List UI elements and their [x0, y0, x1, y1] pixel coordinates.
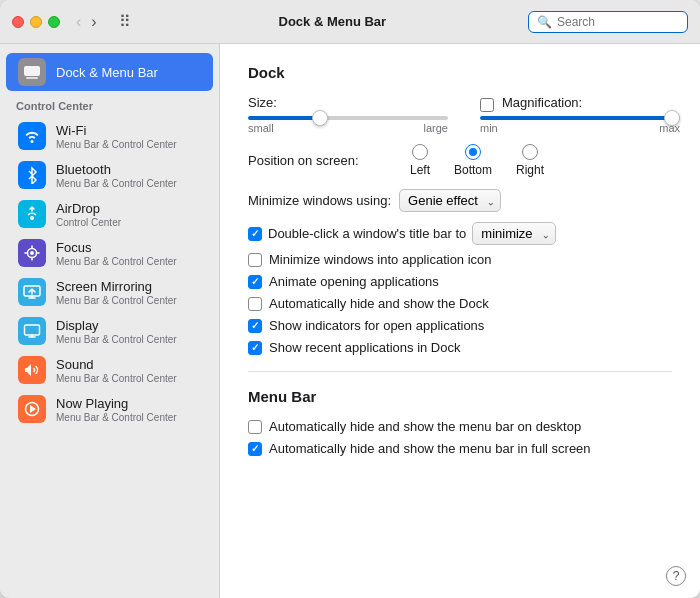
nowplaying-text: Now Playing Menu Bar & Control Center: [56, 396, 177, 423]
sidebar-item-bluetooth[interactable]: Bluetooth Menu Bar & Control Center: [6, 156, 213, 194]
focus-subtitle: Menu Bar & Control Center: [56, 256, 177, 267]
menubar-autohide-fullscreen-label: Automatically hide and show the menu bar…: [269, 441, 591, 456]
checkbox-animate-row: Animate opening applications: [248, 274, 672, 289]
bluetooth-text: Bluetooth Menu Bar & Control Center: [56, 162, 177, 189]
svg-rect-0: [24, 66, 40, 76]
indicators-checkbox[interactable]: [248, 319, 262, 333]
size-slider-block: Size: small large: [248, 95, 448, 134]
airdrop-icon: [18, 200, 46, 228]
position-right-radio[interactable]: [522, 144, 538, 160]
size-small-label: small: [248, 122, 274, 134]
airdrop-subtitle: Control Center: [56, 217, 121, 228]
position-right-option[interactable]: Right: [516, 144, 544, 177]
position-label: Position on screen:: [248, 153, 378, 168]
focus-title: Focus: [56, 240, 177, 255]
minimize-effect-select[interactable]: Genie effect Scale effect: [399, 189, 501, 212]
sidebar: Dock & Menu Bar Control Center Wi-Fi Men…: [0, 44, 220, 598]
checkbox-autohide-row: Automatically hide and show the Dock: [248, 296, 672, 311]
minimize-dropdown-wrapper[interactable]: Genie effect Scale effect: [399, 189, 501, 212]
divider: [248, 371, 672, 372]
wifi-subtitle: Menu Bar & Control Center: [56, 139, 177, 150]
nowplaying-title: Now Playing: [56, 396, 177, 411]
minimize-icon-checkbox[interactable]: [248, 253, 262, 267]
position-bottom-option[interactable]: Bottom: [454, 144, 492, 177]
help-button[interactable]: ?: [666, 566, 686, 586]
display-subtitle: Menu Bar & Control Center: [56, 334, 177, 345]
search-box[interactable]: 🔍: [528, 11, 688, 33]
svg-rect-5: [25, 325, 40, 335]
recent-checkbox[interactable]: [248, 341, 262, 355]
titlebar: ‹ › ⠿ Dock & Menu Bar 🔍: [0, 0, 700, 44]
minimize-button[interactable]: [30, 16, 42, 28]
position-left-radio[interactable]: [412, 144, 428, 160]
wifi-icon: [18, 122, 46, 150]
menubar-section-title: Menu Bar: [248, 388, 672, 405]
menubar-autohide-desktop-label: Automatically hide and show the menu bar…: [269, 419, 581, 434]
search-icon: 🔍: [537, 15, 552, 29]
close-button[interactable]: [12, 16, 24, 28]
focus-icon: [18, 239, 46, 267]
menubar-autohide-desktop-row: Automatically hide and show the menu bar…: [248, 419, 672, 434]
position-bottom-text: Bottom: [454, 163, 492, 177]
wifi-text: Wi-Fi Menu Bar & Control Center: [56, 123, 177, 150]
control-center-label: Control Center: [0, 92, 219, 116]
dock-menu-bar-text: Dock & Menu Bar: [56, 65, 158, 80]
checkbox-minimize-icon-row: Minimize windows into application icon: [248, 252, 672, 267]
dock-icon: [18, 58, 46, 86]
size-labels: small large: [248, 122, 448, 134]
double-click-row: Double-click a window's title bar to min…: [248, 222, 672, 245]
svg-rect-1: [26, 77, 38, 79]
sidebar-item-dock-menu-bar[interactable]: Dock & Menu Bar: [6, 53, 213, 91]
minimize-icon-label: Minimize windows into application icon: [269, 252, 492, 267]
size-slider[interactable]: [248, 116, 448, 120]
magnification-slider[interactable]: [480, 116, 680, 120]
sound-icon: [18, 356, 46, 384]
sidebar-item-wifi[interactable]: Wi-Fi Menu Bar & Control Center: [6, 117, 213, 155]
search-input[interactable]: [557, 15, 679, 29]
forward-button[interactable]: ›: [87, 12, 100, 32]
bluetooth-icon: [18, 161, 46, 189]
position-left-option[interactable]: Left: [410, 144, 430, 177]
sidebar-item-airdrop[interactable]: AirDrop Control Center: [6, 195, 213, 233]
menubar-autohide-fullscreen-checkbox[interactable]: [248, 442, 262, 456]
airdrop-text: AirDrop Control Center: [56, 201, 121, 228]
content: Dock & Menu Bar Control Center Wi-Fi Men…: [0, 44, 700, 598]
size-label: Size:: [248, 95, 448, 110]
menubar-autohide-desktop-checkbox[interactable]: [248, 420, 262, 434]
double-click-action-select[interactable]: minimize zoom: [472, 222, 556, 245]
animate-checkbox[interactable]: [248, 275, 262, 289]
svg-point-2: [30, 216, 34, 220]
sound-title: Sound: [56, 357, 177, 372]
mirroring-text: Screen Mirroring Menu Bar & Control Cent…: [56, 279, 177, 306]
back-button[interactable]: ‹: [72, 12, 85, 32]
sidebar-item-focus[interactable]: Focus Menu Bar & Control Center: [6, 234, 213, 272]
autohide-label: Automatically hide and show the Dock: [269, 296, 489, 311]
display-text: Display Menu Bar & Control Center: [56, 318, 177, 345]
sound-subtitle: Menu Bar & Control Center: [56, 373, 177, 384]
display-icon: [18, 317, 46, 345]
sidebar-item-display[interactable]: Display Menu Bar & Control Center: [6, 312, 213, 350]
double-click-checkbox[interactable]: [248, 227, 262, 241]
mag-max-label: max: [659, 122, 680, 134]
maximize-button[interactable]: [48, 16, 60, 28]
menubar-autohide-fullscreen-row: Automatically hide and show the menu bar…: [248, 441, 672, 456]
display-title: Display: [56, 318, 177, 333]
sidebar-item-sound[interactable]: Sound Menu Bar & Control Center: [6, 351, 213, 389]
wifi-title: Wi-Fi: [56, 123, 177, 138]
mirroring-icon: [18, 278, 46, 306]
double-click-action-wrapper[interactable]: minimize zoom: [472, 222, 556, 245]
bluetooth-subtitle: Menu Bar & Control Center: [56, 178, 177, 189]
mag-min-label: min: [480, 122, 498, 134]
position-bottom-radio[interactable]: [465, 144, 481, 160]
animate-label: Animate opening applications: [269, 274, 439, 289]
size-large-label: large: [424, 122, 448, 134]
airdrop-title: AirDrop: [56, 201, 121, 216]
grid-button[interactable]: ⠿: [113, 10, 137, 33]
sidebar-item-nowplaying[interactable]: Now Playing Menu Bar & Control Center: [6, 390, 213, 428]
dock-section-title: Dock: [248, 64, 672, 81]
sliders-group: Size: small large Magnification: mi: [248, 95, 672, 134]
nowplaying-subtitle: Menu Bar & Control Center: [56, 412, 177, 423]
autohide-checkbox[interactable]: [248, 297, 262, 311]
nav-buttons: ‹ ›: [72, 12, 101, 32]
sidebar-item-mirroring[interactable]: Screen Mirroring Menu Bar & Control Cent…: [6, 273, 213, 311]
